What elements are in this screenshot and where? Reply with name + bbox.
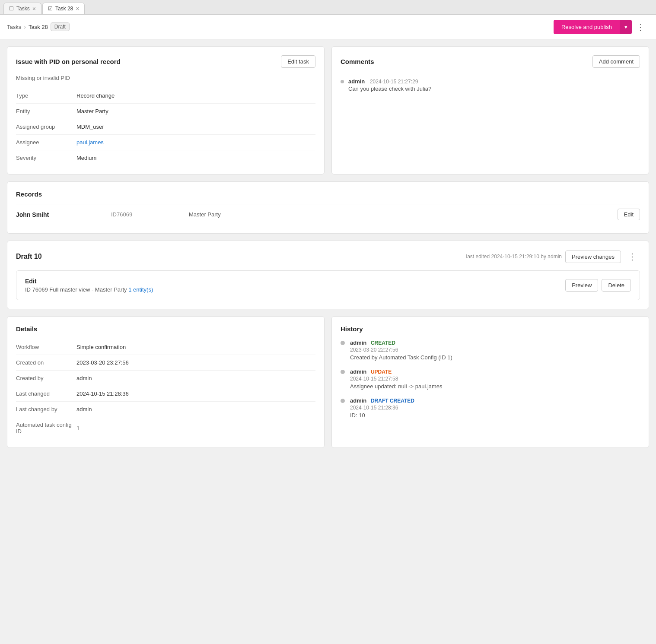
bottom-row: Details Workflow Simple confirmation Cre… [7, 316, 649, 448]
history-author-created: admin [350, 339, 366, 346]
history-item-body-update: admin UPDATE 2024-10-15 21:27:58 Assigne… [350, 368, 443, 390]
history-desc-draft: ID: 10 [350, 412, 414, 419]
history-author-update: admin [350, 368, 366, 375]
tasks-browser-tab[interactable]: ☐ Tasks × [3, 3, 41, 14]
field-entity-value: Master Party [76, 108, 108, 114]
history-item-created: admin CREATED 2023-03-20 22:27:56 Create… [341, 339, 640, 361]
detail-auto-config-id: Automated task config ID 1 [16, 417, 315, 439]
history-dot-draft [341, 399, 345, 403]
history-item-body-created: admin CREATED 2023-03-20 22:27:56 Create… [350, 339, 452, 361]
tasks-tab-label: Tasks [16, 6, 30, 12]
browser-tabs: ☐ Tasks × ☑ Task 28 × [0, 0, 656, 15]
task-title: Issue with PID on personal record [16, 58, 121, 65]
history-item-meta-created: admin CREATED [350, 339, 452, 346]
preview-changes-button[interactable]: Preview changes [565, 251, 621, 263]
task28-tab-close[interactable]: × [76, 6, 79, 12]
field-severity-value: Medium [76, 155, 96, 161]
detail-created-by: Created by admin [16, 371, 315, 386]
detail-last-changed: Last changed 2024-10-15 21:28:36 [16, 386, 315, 402]
detail-last-changed-by-value: admin [76, 406, 92, 412]
record-id: ID76069 [111, 211, 180, 218]
draft-meta: last edited 2024-10-15 21:29:10 by admin [466, 254, 562, 260]
resolve-dropdown-button[interactable]: ▾ [620, 20, 632, 34]
detail-created-on-value: 2023-03-20 23:27:56 [76, 359, 129, 366]
field-group-value: MDM_user [76, 124, 104, 130]
header-actions: Resolve and publish ▾ ⋮ [554, 19, 649, 35]
draft-item-info: Edit ID 76069 Full master view - Master … [25, 278, 153, 293]
comments-list: admin 2024-10-15 21:27:29 Can you please… [341, 75, 640, 95]
history-action-draft: DRAFT CREATED [371, 398, 414, 404]
draft-card: Draft 10 last edited 2024-10-15 21:29:10… [7, 241, 649, 309]
record-edit-button[interactable]: Edit [618, 209, 640, 220]
draft-delete-button[interactable]: Delete [602, 279, 631, 292]
resolve-publish-button[interactable]: Resolve and publish [554, 20, 620, 34]
breadcrumb-parent[interactable]: Tasks [7, 24, 21, 30]
field-assigned-group: Assigned group MDM_user [16, 119, 315, 135]
history-list: admin CREATED 2023-03-20 22:27:56 Create… [341, 339, 640, 419]
comment-text: Can you please check with Julia? [348, 86, 431, 92]
detail-last-changed-value: 2024-10-15 21:28:36 [76, 390, 129, 397]
draft-item-type: Edit [25, 278, 153, 285]
chevron-down-icon: ▾ [624, 24, 627, 30]
top-row: Issue with PID on personal record Edit t… [7, 46, 649, 174]
task-subtitle: Missing or invalid PID [16, 75, 315, 81]
comment-author: admin [348, 78, 365, 85]
draft-badge: Draft [51, 22, 70, 31]
task28-browser-tab[interactable]: ☑ Task 28 × [42, 3, 85, 14]
history-author-draft: admin [350, 397, 366, 404]
header-more-button[interactable]: ⋮ [632, 19, 649, 35]
detail-workflow-label: Workflow [16, 344, 76, 350]
history-action-created: CREATED [371, 340, 395, 346]
comment-item: admin 2024-10-15 21:27:29 Can you please… [341, 75, 640, 95]
field-entity-label: Entity [16, 108, 76, 114]
history-item-update: admin UPDATE 2024-10-15 21:27:58 Assigne… [341, 368, 640, 390]
draft-item-entities-link[interactable]: 1 entity(s) [128, 286, 153, 293]
history-title: History [341, 325, 363, 333]
draft-header-actions: last edited 2024-10-15 21:29:10 by admin… [466, 250, 640, 263]
comments-title: Comments [341, 58, 374, 65]
history-header: History [341, 325, 640, 333]
field-severity-label: Severity [16, 155, 76, 161]
comment-meta: admin 2024-10-15 21:27:29 [348, 78, 431, 85]
details-header: Details [16, 325, 315, 333]
record-name: John Smiht [16, 211, 102, 218]
add-comment-button[interactable]: Add comment [592, 55, 640, 68]
field-assignee-label: Assignee [16, 139, 76, 146]
field-assignee: Assignee paul.james [16, 135, 315, 150]
draft-preview-button[interactable]: Preview [565, 279, 598, 292]
field-assignee-value[interactable]: paul.james [76, 139, 104, 146]
field-type-label: Type [16, 92, 76, 99]
tasks-tab-close[interactable]: × [32, 6, 36, 12]
comment-time: 2024-10-15 21:27:29 [370, 79, 418, 85]
detail-last-changed-label: Last changed [16, 390, 76, 397]
history-card: History admin CREATED 2023-03-20 22:27:5… [331, 316, 649, 448]
history-item-draft: admin DRAFT CREATED 2024-10-15 21:28:36 … [341, 397, 640, 419]
details-fields: Workflow Simple confirmation Created on … [16, 339, 315, 439]
detail-last-changed-by: Last changed by admin [16, 402, 315, 417]
detail-auto-config-label: Automated task config ID [16, 422, 76, 435]
record-entity: Master Party [189, 211, 609, 218]
task-info-card: Issue with PID on personal record Edit t… [7, 46, 325, 174]
field-type: Type Record change [16, 88, 315, 104]
detail-created-on-label: Created on [16, 359, 76, 366]
draft-item-desc-text: ID 76069 Full master view - Master Party [25, 286, 127, 293]
tasks-tab-icon: ☐ [9, 6, 14, 12]
detail-last-changed-by-label: Last changed by [16, 406, 76, 412]
detail-created-on: Created on 2023-03-20 23:27:56 [16, 355, 315, 371]
task-info-header: Issue with PID on personal record Edit t… [16, 55, 315, 68]
details-title: Details [16, 325, 37, 333]
history-item-body-draft: admin DRAFT CREATED 2024-10-15 21:28:36 … [350, 397, 414, 419]
task28-tab-label: Task 28 [55, 6, 73, 12]
app-header: Tasks › Task 28 Draft Resolve and publis… [0, 15, 656, 39]
task28-tab-icon: ☑ [48, 6, 53, 12]
edit-task-button[interactable]: Edit task [281, 55, 315, 68]
breadcrumb: Tasks › Task 28 Draft [7, 22, 70, 31]
draft-more-button[interactable]: ⋮ [624, 250, 640, 263]
comment-body: admin 2024-10-15 21:27:29 Can you please… [348, 78, 431, 92]
records-title: Records [16, 190, 640, 198]
draft-edit-item: Edit ID 76069 Full master view - Master … [16, 270, 640, 300]
detail-created-by-value: admin [76, 375, 92, 381]
breadcrumb-current: Task 28 [29, 24, 48, 30]
comment-indicator [341, 80, 344, 83]
history-desc-update: Assignee updated: null -> paul.james [350, 383, 443, 390]
